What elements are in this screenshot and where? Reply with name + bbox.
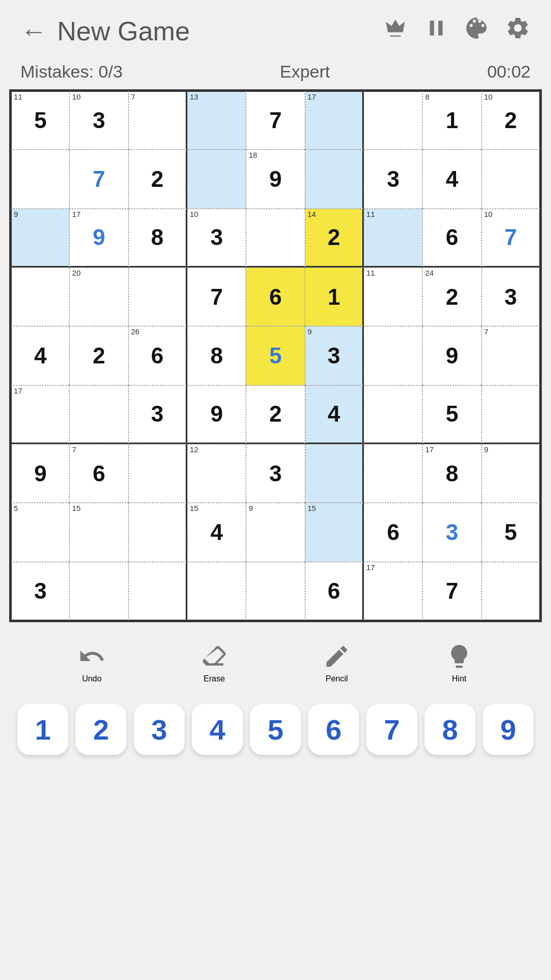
table-row[interactable]: 3: [482, 267, 540, 326]
table-row[interactable]: [246, 209, 305, 267]
table-row[interactable]: [69, 385, 128, 444]
table-row[interactable]: 266: [129, 326, 187, 385]
table-row[interactable]: 7: [482, 326, 540, 385]
table-row[interactable]: 76: [69, 444, 128, 503]
table-row[interactable]: 102: [482, 91, 540, 150]
table-row[interactable]: 7: [187, 267, 246, 326]
table-row[interactable]: 178: [422, 444, 481, 503]
table-row[interactable]: 4: [11, 326, 69, 385]
table-row[interactable]: [364, 385, 422, 444]
table-row[interactable]: 5: [11, 503, 69, 561]
table-row[interactable]: 5: [246, 326, 305, 385]
table-row[interactable]: 12: [187, 444, 246, 503]
table-row[interactable]: 189: [246, 150, 305, 208]
table-row[interactable]: 6: [422, 209, 481, 267]
table-row[interactable]: 242: [422, 267, 481, 326]
table-row[interactable]: [482, 385, 540, 444]
palette-icon[interactable]: [464, 15, 490, 46]
table-row[interactable]: 107: [482, 209, 540, 267]
table-row[interactable]: 2: [129, 150, 187, 208]
table-row[interactable]: [246, 562, 305, 621]
table-row[interactable]: 9: [187, 385, 246, 444]
table-row[interactable]: 3: [129, 385, 187, 444]
table-row[interactable]: 17: [364, 562, 422, 621]
table-row[interactable]: [187, 562, 246, 621]
table-row[interactable]: 103: [187, 209, 246, 267]
settings-icon[interactable]: [505, 15, 531, 46]
table-row[interactable]: 5: [422, 385, 481, 444]
table-row[interactable]: 15: [305, 503, 364, 561]
numpad-7-button[interactable]: 7: [366, 704, 417, 755]
numpad-3-button[interactable]: 3: [134, 704, 185, 755]
table-row[interactable]: 6: [246, 267, 305, 326]
hint-button[interactable]: Hint: [445, 643, 473, 683]
table-row[interactable]: [129, 562, 187, 621]
table-row[interactable]: 15: [69, 503, 128, 561]
table-row[interactable]: 93: [305, 326, 364, 385]
table-row[interactable]: 7: [69, 150, 128, 208]
table-row[interactable]: 6: [305, 562, 364, 621]
table-row[interactable]: 20: [69, 267, 128, 326]
table-row[interactable]: 9: [246, 503, 305, 561]
table-row[interactable]: 4: [305, 385, 364, 444]
numpad-2-button[interactable]: 2: [76, 704, 127, 755]
numpad-5-button[interactable]: 5: [250, 704, 301, 755]
crown-icon[interactable]: [383, 15, 408, 46]
table-row[interactable]: 7: [422, 562, 481, 621]
table-row[interactable]: [129, 503, 187, 561]
table-row[interactable]: 115: [11, 91, 69, 150]
table-row[interactable]: 7: [129, 91, 187, 150]
table-row[interactable]: 11: [364, 209, 422, 267]
pause-icon[interactable]: [423, 15, 449, 46]
table-row[interactable]: [482, 150, 540, 208]
table-row[interactable]: [11, 267, 69, 326]
table-row[interactable]: 1: [305, 267, 364, 326]
numpad-8-button[interactable]: 8: [424, 704, 475, 755]
pencil-button[interactable]: Pencil: [323, 643, 350, 683]
table-row[interactable]: [364, 326, 422, 385]
table-row[interactable]: [364, 444, 422, 503]
undo-button[interactable]: Undo: [78, 643, 106, 683]
table-row[interactable]: 17: [11, 385, 69, 444]
table-row[interactable]: [187, 150, 246, 208]
back-button[interactable]: ←: [20, 16, 47, 46]
table-row[interactable]: 4: [422, 150, 481, 208]
table-row[interactable]: [305, 444, 364, 503]
table-row[interactable]: 9: [11, 444, 69, 503]
table-row[interactable]: [69, 562, 128, 621]
erase-button[interactable]: Erase: [201, 643, 228, 683]
table-row[interactable]: 2: [246, 385, 305, 444]
table-row[interactable]: 3: [11, 562, 69, 621]
numpad-1-button[interactable]: 1: [17, 704, 68, 755]
table-row[interactable]: 142: [305, 209, 364, 267]
table-row[interactable]: [11, 150, 69, 208]
table-row[interactable]: [482, 562, 540, 621]
table-row[interactable]: 13: [187, 91, 246, 150]
table-row[interactable]: 2: [69, 326, 128, 385]
table-row[interactable]: [305, 150, 364, 208]
table-row[interactable]: 103: [69, 91, 128, 150]
table-row[interactable]: 8: [129, 209, 187, 267]
numpad-4-button[interactable]: 4: [192, 704, 243, 755]
table-row[interactable]: 3: [246, 444, 305, 503]
table-row[interactable]: [129, 444, 187, 503]
table-row[interactable]: 179: [69, 209, 128, 267]
table-row[interactable]: 3: [422, 503, 481, 561]
table-row[interactable]: 11: [364, 267, 422, 326]
table-row[interactable]: 17: [305, 91, 364, 150]
table-row[interactable]: 154: [187, 503, 246, 561]
table-row[interactable]: 8: [187, 326, 246, 385]
table-row[interactable]: 9: [482, 444, 540, 503]
table-row[interactable]: 9: [422, 326, 481, 385]
numpad-6-button[interactable]: 6: [308, 704, 359, 755]
table-row[interactable]: 81: [422, 91, 481, 150]
table-row[interactable]: 5: [482, 503, 540, 561]
table-row[interactable]: 3: [364, 150, 422, 208]
table-row[interactable]: 9: [11, 209, 69, 267]
numpad-9-button[interactable]: 9: [483, 704, 534, 755]
table-row[interactable]: [364, 91, 422, 150]
table-row[interactable]: [129, 267, 187, 326]
table-row[interactable]: 6: [364, 503, 422, 561]
sudoku-grid[interactable]: 1151037137178110272189349179810314211610…: [11, 91, 540, 621]
table-row[interactable]: 7: [246, 91, 305, 150]
